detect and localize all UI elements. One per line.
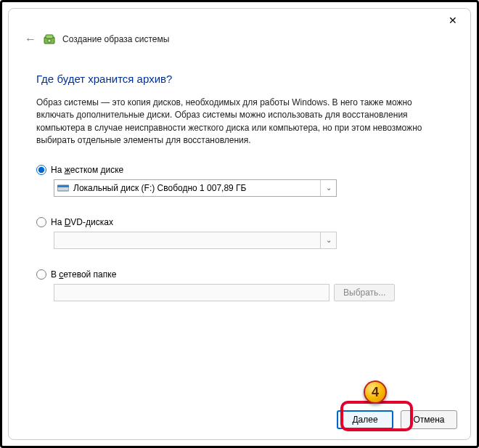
option-network: В сетевой папке Выбрать... [36,269,443,301]
svg-point-2 [48,39,52,43]
browse-button: Выбрать... [334,284,395,301]
radio-dvd-input[interactable] [36,217,46,227]
radio-network[interactable]: В сетевой папке [36,269,443,280]
chevron-down-icon: ⌄ [320,232,336,248]
next-button[interactable]: Далее [337,410,393,429]
system-image-icon [44,33,55,45]
radio-dvd[interactable]: На DVD-дисках [36,217,443,227]
cancel-button[interactable]: Отмена [401,410,457,429]
window-title: Создание образа системы [62,34,169,44]
radio-hard-drive-input[interactable] [36,165,46,175]
dialog-window: ✕ ← Создание образа системы Где будет хр… [8,8,471,440]
dvd-select: ⌄ [54,232,337,249]
hard-drive-icon [57,184,69,192]
hard-drive-selected: Локальный диск (F:) Свободно 1 007,89 ГБ [73,183,246,193]
svg-rect-1 [46,35,53,38]
radio-dvd-label: На DVD-дисках [51,217,113,227]
chevron-down-icon[interactable]: ⌄ [320,180,336,196]
radio-hard-drive-label: На жестком диске [51,165,123,175]
radio-network-input[interactable] [36,269,46,280]
svg-rect-4 [57,185,69,187]
option-hard-drive: На жестком диске Локальный диск (F:) Сво… [36,165,443,197]
back-arrow-icon[interactable]: ← [25,33,36,45]
hard-drive-select[interactable]: Локальный диск (F:) Свободно 1 007,89 ГБ… [54,179,337,197]
radio-hard-drive[interactable]: На жестком диске [36,165,443,175]
header: ← Создание образа системы [9,9,470,49]
option-dvd: На DVD-дисках ⌄ [36,217,443,249]
network-path-input [54,284,329,301]
radio-network-label: В сетевой папке [51,269,116,280]
page-description: Образ системы — это копия дисков, необхо… [36,97,443,147]
close-icon[interactable]: ✕ [446,13,460,28]
page-heading: Где будет хранится архив? [36,73,443,85]
footer: Далее Отмена [337,410,457,429]
